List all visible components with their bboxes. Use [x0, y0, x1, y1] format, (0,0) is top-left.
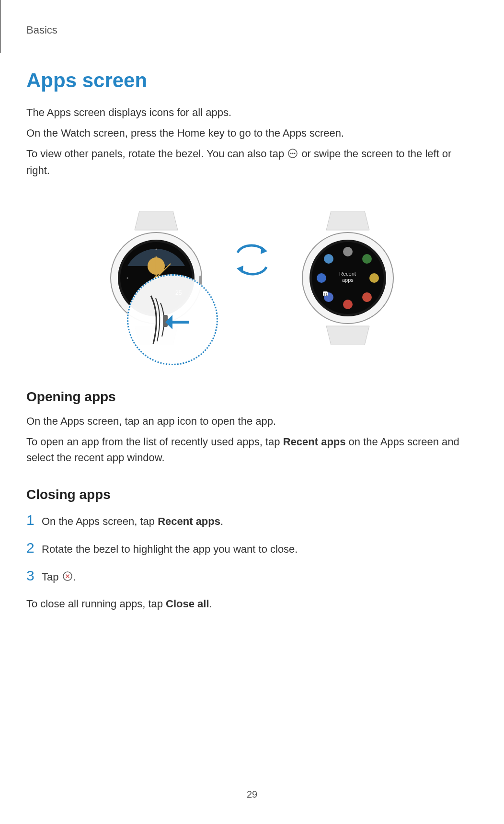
- page-number: 29: [0, 789, 504, 800]
- svg-point-23: [369, 273, 379, 283]
- side-marker: [0, 0, 1, 53]
- svg-point-14: [156, 248, 157, 250]
- svg-point-24: [362, 292, 372, 302]
- heading-closing-apps: Closing apps: [26, 487, 478, 502]
- step-3: 3 Tap .: [26, 568, 478, 586]
- closing-steps-list: 1 On the Apps screen, tap Recent apps. 2…: [26, 512, 478, 586]
- watch-face-apps-icon: 31 Recent apps: [295, 211, 401, 345]
- opening-p2-before: To open an app from the list of recently…: [26, 436, 283, 448]
- step-1-text: On the Apps screen, tap Recent apps.: [42, 513, 223, 529]
- svg-point-22: [362, 254, 372, 264]
- panel-indicator-icon: [288, 147, 298, 162]
- close-x-icon: [63, 569, 72, 585]
- step-3-after: .: [73, 571, 76, 583]
- step-3-before: Tap: [42, 571, 62, 583]
- intro-line3: To view other panels, rotate the bezel. …: [26, 146, 478, 178]
- heading-opening-apps: Opening apps: [26, 389, 478, 405]
- illustration-apps-screen: 25: [26, 193, 478, 365]
- svg-text:31: 31: [323, 292, 328, 297]
- step-1-after: .: [220, 515, 223, 527]
- svg-point-12: [127, 277, 128, 279]
- step-2: 2 Rotate the bezel to highlight the app …: [26, 540, 478, 557]
- opening-p1: On the Apps screen, tap an app icon to o…: [26, 413, 478, 429]
- svg-text:apps: apps: [342, 277, 354, 283]
- step-2-number: 2: [26, 540, 42, 556]
- breadcrumb: Basics: [26, 24, 478, 36]
- svg-text:Recent: Recent: [339, 271, 356, 277]
- home-button-press-icon: [144, 291, 201, 348]
- intro-line1: The Apps screen displays icons for all a…: [26, 104, 478, 120]
- svg-point-1: [290, 152, 292, 154]
- step-1-bold: Recent apps: [158, 515, 220, 527]
- page-title: Apps screen: [26, 69, 478, 92]
- svg-point-29: [317, 273, 326, 283]
- closing-footer-before: To close all running apps, tap: [26, 598, 166, 610]
- step-1-number: 1: [26, 512, 42, 528]
- closing-footer-bold: Close all: [166, 598, 209, 610]
- step-1: 1 On the Apps screen, tap Recent apps.: [26, 512, 478, 529]
- step-2-text: Rotate the bezel to highlight the app yo…: [42, 541, 298, 557]
- intro-line2: On the Watch screen, press the Home key …: [26, 125, 478, 141]
- sync-arrows-icon: [228, 241, 276, 279]
- svg-point-3: [294, 152, 296, 154]
- step-3-number: 3: [26, 568, 42, 584]
- opening-p2-bold: Recent apps: [283, 436, 346, 448]
- callout-home-button: [127, 274, 218, 365]
- svg-point-30: [324, 254, 333, 264]
- svg-point-2: [292, 152, 294, 154]
- intro-line3-before: To view other panels, rotate the bezel. …: [26, 148, 287, 160]
- closing-footer-after: .: [209, 598, 212, 610]
- watch-right: 31 Recent apps: [295, 211, 401, 347]
- page-content: Basics Apps screen The Apps screen displ…: [0, 0, 504, 612]
- svg-point-21: [343, 247, 353, 256]
- svg-point-25: [343, 300, 353, 309]
- opening-p2: To open an app from the list of recently…: [26, 434, 478, 465]
- step-1-before: On the Apps screen, tap: [42, 515, 158, 527]
- closing-footer: To close all running apps, tap Close all…: [26, 596, 478, 612]
- step-3-text: Tap .: [42, 569, 76, 586]
